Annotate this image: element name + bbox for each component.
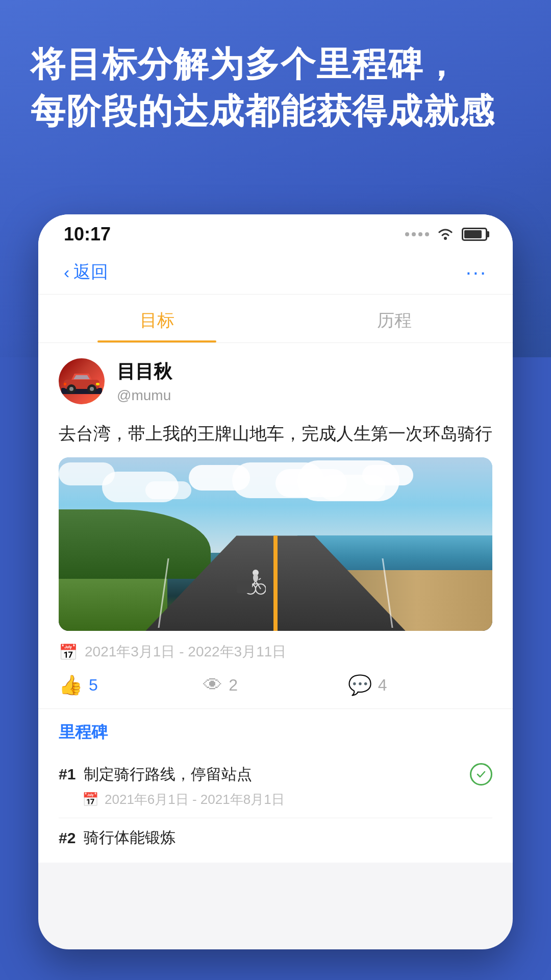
milestone-header-1: #1 制定骑行路线，停留站点 (59, 763, 492, 786)
phone-mockup: 10:17 ‹ 返回 (38, 214, 513, 949)
views-stat[interactable]: 👁 2 (203, 674, 347, 696)
ground-left (59, 579, 167, 631)
milestone-daterange-1: 2021年6月1日 - 2021年8月1日 (105, 791, 285, 808)
milestone-title: 里程碑 (59, 721, 492, 744)
more-button[interactable]: ··· (466, 261, 487, 284)
wifi-icon (436, 227, 455, 241)
stats-row: 👍 5 👁 2 💬 4 (38, 662, 513, 709)
date-range-text: 2021年3月1日 - 2022年3月11日 (85, 642, 286, 662)
tab-bar: 目标 历程 (38, 295, 513, 343)
tab-goal[interactable]: 目标 (38, 295, 276, 342)
comments-stat[interactable]: 💬 4 (348, 674, 492, 696)
tab-history[interactable]: 历程 (276, 295, 513, 342)
calendar-icon: 📅 (59, 643, 78, 661)
milestone-section: 里程碑 #1 制定骑行路线，停留站点 📅 2021年6月1日 - 2021年8月… (38, 709, 513, 863)
hero-title: 将目标分解为多个里程碑，每阶段的达成都能获得成就感 (31, 41, 520, 135)
milestone-check-1 (470, 763, 492, 786)
calendar-icon-small: 📅 (82, 792, 98, 807)
date-range-row: 📅 2021年3月1日 - 2022年3月11日 (38, 631, 513, 662)
views-count: 2 (229, 676, 238, 695)
signal-icon (405, 232, 429, 236)
thumbs-up-icon: 👍 (59, 674, 83, 696)
content-area: 目目秋 @mumu 去台湾，带上我的王牌山地车，完成人生第一次环岛骑行 (38, 343, 513, 863)
avatar (59, 358, 105, 404)
svg-point-0 (444, 237, 447, 240)
bike-bags (237, 582, 252, 593)
comment-icon: 💬 (348, 674, 372, 696)
chevron-left-icon: ‹ (64, 262, 69, 282)
status-icons (405, 227, 487, 241)
milestone-num-2: #2 (59, 829, 76, 847)
user-info: 目目秋 @mumu (38, 343, 513, 414)
milestone-name-2: 骑行体能锻炼 (84, 827, 492, 848)
status-time: 10:17 (64, 224, 111, 245)
car-icon (61, 369, 102, 394)
svg-rect-8 (64, 383, 66, 385)
comments-count: 4 (378, 676, 387, 695)
svg-point-17 (253, 574, 258, 582)
likes-count: 5 (89, 676, 98, 695)
back-label[interactable]: 返回 (73, 260, 108, 284)
status-bar: 10:17 (38, 214, 513, 250)
user-name: 目目秋 (117, 359, 172, 384)
milestone-num-1: #1 (59, 766, 76, 783)
milestone-item-1: #1 制定骑行路线，停留站点 📅 2021年6月1日 - 2021年8月1日 (59, 754, 492, 818)
user-name-block: 目目秋 @mumu (117, 359, 172, 404)
milestone-name-1: 制定骑行路线，停留站点 (84, 764, 462, 785)
milestone-item-2: #2 骑行体能锻炼 (59, 818, 492, 863)
user-handle: @mumu (117, 387, 172, 404)
road-center-line (273, 535, 278, 631)
milestone-date-1: 📅 2021年6月1日 - 2021年8月1日 (59, 791, 492, 808)
nav-bar: ‹ 返回 ··· (38, 250, 513, 295)
svg-point-6 (90, 387, 94, 391)
svg-rect-7 (96, 383, 99, 385)
goal-text: 去台湾，带上我的王牌山地车，完成人生第一次环岛骑行 (38, 414, 513, 457)
battery-icon (462, 228, 487, 241)
svg-line-15 (259, 578, 261, 580)
likes-stat[interactable]: 👍 5 (59, 674, 203, 696)
milestone-header-2: #2 骑行体能锻炼 (59, 827, 492, 848)
svg-line-12 (256, 581, 261, 589)
goal-image (59, 457, 492, 631)
road-scene (59, 457, 492, 631)
back-button[interactable]: ‹ 返回 (64, 260, 108, 284)
eye-icon: 👁 (203, 674, 222, 696)
svg-point-4 (69, 387, 73, 391)
